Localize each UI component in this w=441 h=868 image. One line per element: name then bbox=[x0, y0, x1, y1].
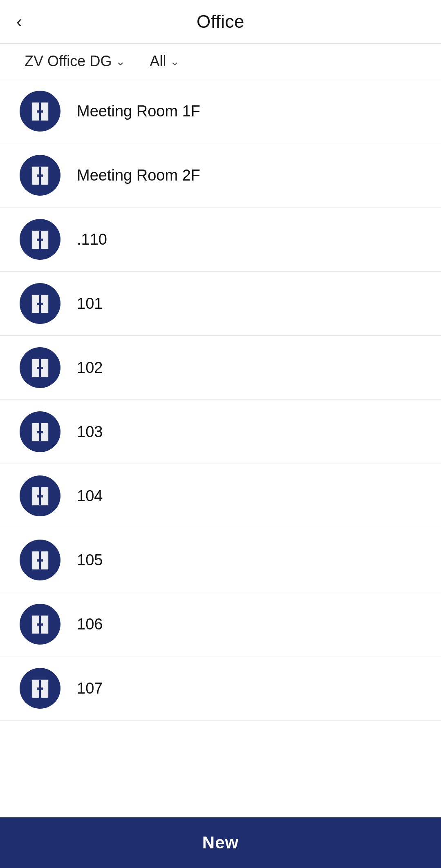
door-icon bbox=[20, 155, 60, 196]
door-icon bbox=[20, 668, 60, 709]
svg-point-22 bbox=[37, 303, 39, 305]
svg-point-16 bbox=[37, 239, 39, 241]
list-item[interactable]: 103 bbox=[0, 400, 441, 464]
svg-point-23 bbox=[41, 303, 43, 305]
location-chevron-icon: ⌄ bbox=[116, 55, 125, 68]
svg-point-10 bbox=[37, 174, 39, 177]
svg-rect-39 bbox=[39, 487, 41, 505]
svg-point-41 bbox=[41, 495, 43, 498]
svg-rect-3 bbox=[39, 103, 41, 120]
room-label: 103 bbox=[77, 423, 103, 441]
list-item[interactable]: Meeting Room 1F bbox=[0, 79, 441, 143]
svg-rect-9 bbox=[39, 167, 41, 185]
svg-point-58 bbox=[37, 687, 39, 690]
svg-point-17 bbox=[41, 239, 43, 241]
svg-rect-57 bbox=[39, 680, 41, 698]
list-item[interactable]: 107 bbox=[0, 656, 441, 721]
svg-rect-51 bbox=[39, 616, 41, 634]
room-label: .110 bbox=[77, 231, 107, 248]
svg-rect-21 bbox=[39, 295, 41, 313]
svg-point-5 bbox=[41, 110, 43, 113]
svg-rect-27 bbox=[39, 359, 41, 377]
svg-rect-45 bbox=[39, 551, 41, 569]
room-label: 105 bbox=[77, 551, 103, 569]
door-icon bbox=[20, 475, 60, 516]
list-item[interactable]: Meeting Room 2F bbox=[0, 143, 441, 208]
svg-point-29 bbox=[41, 367, 43, 369]
list-item[interactable]: 102 bbox=[0, 336, 441, 400]
room-list: Meeting Room 1F Meeting Room 2F bbox=[0, 79, 441, 817]
door-icon bbox=[20, 604, 60, 645]
door-icon bbox=[20, 411, 60, 452]
back-button[interactable]: ‹ bbox=[16, 13, 22, 30]
door-icon bbox=[20, 283, 60, 324]
svg-point-59 bbox=[41, 687, 43, 690]
filter-label: All bbox=[150, 53, 166, 70]
location-dropdown[interactable]: ZV Office DG ⌄ bbox=[25, 53, 125, 70]
svg-point-53 bbox=[41, 623, 43, 626]
svg-point-11 bbox=[41, 174, 43, 177]
svg-rect-33 bbox=[39, 423, 41, 441]
filter-chevron-icon: ⌄ bbox=[170, 55, 179, 68]
list-item[interactable]: 104 bbox=[0, 464, 441, 528]
room-label: 107 bbox=[77, 680, 103, 697]
svg-point-47 bbox=[41, 559, 43, 562]
location-label: ZV Office DG bbox=[25, 53, 112, 70]
filter-bar: ZV Office DG ⌄ All ⌄ bbox=[0, 44, 441, 79]
room-label: Meeting Room 2F bbox=[77, 167, 200, 184]
room-label: Meeting Room 1F bbox=[77, 103, 200, 120]
svg-point-40 bbox=[37, 495, 39, 498]
svg-point-35 bbox=[41, 431, 43, 433]
svg-point-4 bbox=[37, 110, 39, 113]
door-icon bbox=[20, 347, 60, 388]
room-label: 106 bbox=[77, 616, 103, 633]
svg-point-46 bbox=[37, 559, 39, 562]
list-item[interactable]: 101 bbox=[0, 272, 441, 336]
list-item[interactable]: 105 bbox=[0, 528, 441, 592]
filter-dropdown[interactable]: All ⌄ bbox=[150, 53, 179, 70]
list-item[interactable]: 106 bbox=[0, 592, 441, 656]
svg-point-52 bbox=[37, 623, 39, 626]
svg-point-34 bbox=[37, 431, 39, 433]
page-title: Office bbox=[197, 11, 244, 32]
door-icon bbox=[20, 540, 60, 580]
door-icon bbox=[20, 91, 60, 132]
new-button[interactable]: New bbox=[0, 817, 441, 868]
svg-point-28 bbox=[37, 367, 39, 369]
svg-rect-15 bbox=[39, 231, 41, 249]
header: ‹ Office bbox=[0, 0, 441, 44]
room-label: 102 bbox=[77, 359, 103, 377]
list-item[interactable]: .110 bbox=[0, 208, 441, 272]
room-label: 101 bbox=[77, 295, 103, 312]
door-icon bbox=[20, 219, 60, 260]
room-label: 104 bbox=[77, 487, 103, 505]
